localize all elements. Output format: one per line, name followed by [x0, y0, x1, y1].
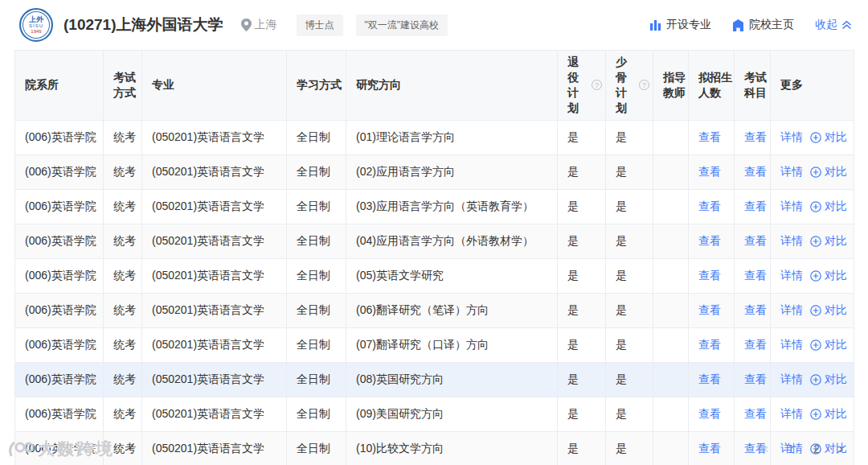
cell-veteran-plan: 是 — [558, 397, 606, 431]
view-enrollment-link[interactable]: 查看 — [698, 269, 721, 282]
compare-link[interactable]: 对比 — [825, 407, 847, 422]
detail-link[interactable]: 详情 — [780, 372, 803, 387]
view-enrollment-link[interactable]: 查看 — [698, 130, 721, 143]
cell-major: (050201)英语语言文学 — [142, 224, 287, 258]
detail-link[interactable]: 详情 — [780, 269, 803, 283]
cell-research-direction: (02)应用语言学方向 — [346, 154, 558, 189]
view-enrollment-link[interactable]: 查看 — [698, 372, 721, 385]
cell-advisor — [653, 189, 689, 224]
school-homepage-label: 院校主页 — [749, 18, 794, 32]
cell-advisor — [653, 293, 689, 327]
compare-link[interactable]: 对比 — [825, 269, 847, 283]
veteran-plan-help-icon[interactable]: ? — [592, 80, 602, 90]
pagination-page-1[interactable]: 1 — [782, 441, 800, 457]
detail-link[interactable]: 详情 — [780, 407, 803, 422]
cell-study-mode: 全日制 — [287, 397, 346, 431]
cell-minority-plan: 是 — [606, 224, 653, 258]
detail-link[interactable]: 详情 — [780, 130, 803, 145]
circle-plus-icon[interactable] — [810, 270, 821, 282]
compare-link[interactable]: 对比 — [825, 372, 847, 387]
cell-department: (006)英语学院 — [15, 293, 104, 327]
school-homepage-button[interactable]: 院校主页 — [732, 18, 794, 32]
detail-link[interactable]: 详情 — [780, 165, 803, 179]
cell-advisor — [653, 224, 689, 258]
table-row: (006)英语学院 统考 (050201)英语语言文学 全日制 (04)应用语言… — [15, 224, 854, 258]
cell-study-mode: 全日制 — [287, 362, 346, 397]
view-enrollment-link[interactable]: 查看 — [698, 234, 721, 247]
view-subjects-link[interactable]: 查看 — [744, 303, 767, 316]
cell-minority-plan: 是 — [606, 362, 653, 397]
collapse-label: 收起 — [815, 18, 837, 32]
circle-plus-icon[interactable] — [810, 132, 821, 143]
view-subjects-link[interactable]: 查看 — [744, 338, 767, 351]
pagination-page-2[interactable]: 2 — [808, 441, 825, 457]
cell-advisor — [653, 120, 689, 154]
circle-plus-icon[interactable] — [810, 409, 821, 420]
cell-advisor — [653, 397, 689, 431]
view-enrollment-link[interactable]: 查看 — [698, 407, 721, 420]
compare-link[interactable]: 对比 — [825, 200, 847, 214]
detail-link[interactable]: 详情 — [780, 234, 803, 249]
view-enrollment-link[interactable]: 查看 — [698, 338, 721, 351]
circle-plus-icon[interactable] — [810, 167, 821, 178]
programs-table: 院系所 考试方式 专业 学习方式 研究方向 退役计划? 少骨计划? 指导教师 拟… — [14, 50, 854, 465]
compare-link[interactable]: 对比 — [825, 338, 847, 352]
compare-link[interactable]: 对比 — [825, 303, 847, 318]
collapse-button[interactable]: 收起 — [815, 18, 852, 32]
view-subjects-link[interactable]: 查看 — [744, 407, 767, 420]
cell-major: (050201)英语语言文学 — [142, 431, 287, 465]
detail-link[interactable]: 详情 — [780, 200, 803, 214]
cell-study-mode: 全日制 — [287, 293, 346, 327]
view-enrollment-link[interactable]: 查看 — [698, 200, 721, 212]
building-icon — [732, 19, 744, 31]
cell-department: (006)英语学院 — [15, 120, 104, 154]
cell-research-direction: (06)翻译研究（笔译）方向 — [346, 293, 558, 327]
minority-plan-help-icon[interactable]: ? — [639, 80, 649, 90]
view-subjects-link[interactable]: 查看 — [744, 269, 767, 282]
cell-study-mode: 全日制 — [287, 258, 346, 293]
detail-link[interactable]: 详情 — [780, 338, 803, 352]
cell-minority-plan: 是 — [606, 397, 653, 431]
view-enrollment-link[interactable]: 查看 — [698, 442, 721, 455]
view-subjects-link[interactable]: 查看 — [744, 165, 767, 178]
circle-plus-icon[interactable] — [810, 374, 821, 385]
cell-advisor — [653, 327, 689, 362]
view-subjects-link[interactable]: 查看 — [744, 234, 767, 247]
badge-doctoral: 博士点 — [297, 14, 343, 36]
offered-programs-button[interactable]: 开设专业 — [649, 18, 711, 32]
col-department: 院系所 — [15, 51, 104, 121]
view-subjects-link[interactable]: 查看 — [744, 130, 767, 143]
cell-advisor — [653, 258, 689, 293]
col-research-direction: 研究方向 — [346, 51, 558, 121]
cell-exam-subjects: 查看 — [735, 189, 771, 224]
cell-study-mode: 全日制 — [287, 154, 346, 189]
cell-research-direction: (01)理论语言学方向 — [346, 120, 558, 154]
table-row: (006)英语学院 统考 (050201)英语语言文学 全日制 (10)比较文学… — [15, 431, 854, 465]
view-enrollment-link[interactable]: 查看 — [698, 165, 721, 178]
compare-link[interactable]: 对比 — [825, 130, 847, 145]
circle-plus-icon[interactable] — [810, 339, 821, 351]
university-title: (10271)上海外国语大学 — [63, 14, 223, 35]
cell-minority-plan: 是 — [606, 431, 653, 465]
cell-planned-enrollment: 查看 — [689, 431, 735, 465]
cell-more: 详情 对比 — [771, 258, 854, 293]
cell-study-mode: 全日制 — [287, 189, 346, 224]
circle-plus-icon[interactable] — [810, 201, 821, 212]
circle-plus-icon[interactable] — [810, 236, 821, 247]
cell-exam-subjects: 查看 — [735, 293, 771, 327]
compare-link[interactable]: 对比 — [825, 165, 847, 179]
col-minority-plan: 少骨计划? — [606, 51, 653, 121]
cell-minority-plan: 是 — [606, 258, 653, 293]
cell-exam-subjects: 查看 — [735, 120, 771, 154]
pagination-prev-button[interactable]: ‹ — [759, 440, 774, 458]
circle-plus-icon[interactable] — [810, 305, 821, 316]
view-subjects-link[interactable]: 查看 — [744, 372, 767, 385]
cell-exam-type: 统考 — [104, 154, 142, 189]
pagination-next-button[interactable]: › — [833, 440, 849, 458]
detail-link[interactable]: 详情 — [780, 303, 803, 318]
view-enrollment-link[interactable]: 查看 — [698, 303, 721, 316]
view-subjects-link[interactable]: 查看 — [744, 200, 767, 212]
compare-link[interactable]: 对比 — [825, 234, 847, 249]
table-body: (006)英语学院 统考 (050201)英语语言文学 全日制 (01)理论语言… — [15, 120, 854, 465]
cell-study-mode: 全日制 — [287, 120, 346, 154]
